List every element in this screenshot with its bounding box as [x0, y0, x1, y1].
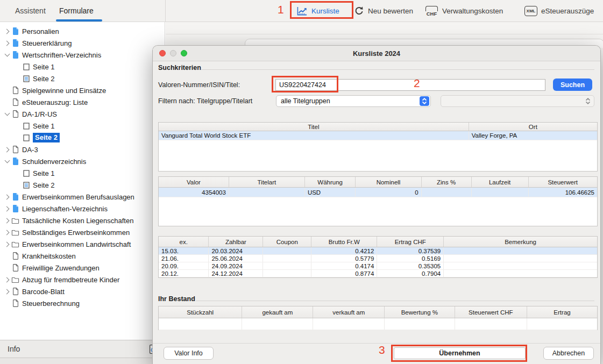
chevron-right-icon[interactable] [3, 229, 11, 236]
col-header-laufzeit[interactable]: Laufzeit [471, 177, 528, 188]
col-header-waehrung[interactable]: Währung [304, 177, 356, 188]
chevron-right-icon[interactable] [3, 276, 11, 283]
tree-label: Barcode-Blatt [22, 288, 65, 296]
sidebar-item-schulden-seite-2[interactable]: Seite 2 [0, 179, 165, 191]
sidebar-item-schuldenverzeichnis[interactable]: Schuldenverzeichnis [0, 155, 165, 167]
table-row-selected[interactable]: 4354003 USD 0 106.46625 [159, 188, 597, 197]
tree-label: Wertschriften-Verzeichnis [22, 51, 101, 59]
table-row[interactable]: 20.12. 24.12.2024 0.8774 0.7904 [159, 270, 597, 277]
col-header-ertrag[interactable]: Ertrag [527, 306, 597, 318]
table-row[interactable]: 20.09. 24.09.2024 0.4174 0.35305 [159, 262, 597, 270]
col-header-stueckzahl[interactable]: Stückzahl [159, 306, 242, 318]
annotation-step-3: 3 [379, 344, 385, 356]
tree-label: Seite 1 [33, 63, 54, 71]
doc-blue-icon [11, 27, 20, 35]
valor-info-button[interactable]: Valor Info [164, 347, 214, 360]
sidebar-item-da3[interactable]: DA-3 [0, 144, 165, 155]
abbrechen-button[interactable]: Abbrechen [543, 347, 594, 360]
chevron-right-icon[interactable] [3, 193, 11, 201]
sidebar-item-spielgewinne[interactable]: Spielgewinne und Einsätze [0, 84, 165, 96]
col-header-steuerwert-chf[interactable]: Steuerwert CHF [455, 306, 527, 318]
neu-bewerten-button[interactable]: Neu bewerten [354, 0, 413, 22]
table-header-row: Titel Ort [159, 123, 597, 131]
chevron-down-icon[interactable] [3, 110, 11, 118]
col-header-ort[interactable]: Ort [469, 123, 597, 131]
cell-zahlbar: 24.09.2024 [209, 262, 263, 270]
button-label: Verwaltungskosten [442, 7, 503, 15]
kursliste-button[interactable]: Kursliste [296, 0, 339, 22]
coupon-table: ex. Zahlbar Coupon Brutto Fr.W Ertrag CH… [158, 236, 598, 278]
col-header-zins[interactable]: Zins % [421, 177, 471, 188]
sidebar-item-liegenschaften-verzeichnis[interactable]: Liegenschaften-Verzeichnis [0, 203, 165, 215]
chevron-right-icon[interactable] [3, 288, 11, 295]
col-header-coupon[interactable]: Coupon [263, 237, 311, 247]
sidebar-item-da1-seite-2-selected[interactable]: Seite 2 [0, 132, 165, 144]
chevron-right-icon[interactable] [3, 217, 11, 224]
chevron-right-icon[interactable] [3, 27, 11, 35]
uebernehmen-button[interactable]: Übernehmen [394, 347, 526, 359]
col-header-zahlbar[interactable]: Zahlbar [209, 237, 263, 247]
button-label: Neu bewerten [368, 7, 413, 15]
sidebar-item-steuerberechnung[interactable]: Steuerberechnung [0, 297, 165, 309]
col-header-nominell[interactable]: Nominell [356, 177, 421, 188]
col-header-ex[interactable]: ex. [159, 237, 209, 247]
sidebar-item-krankheitskosten[interactable]: Krankheitskosten [0, 250, 165, 262]
tree-label: Seite 2 [33, 75, 54, 83]
titelgruppe-dropdown[interactable]: alle Titelgruppen [276, 95, 431, 107]
kursliste-dialog: Kursliste 2024 Suchkriterien Valoren-Num… [152, 45, 601, 364]
sidebar-item-steuererklaerung[interactable]: Steuererklärung [0, 37, 165, 49]
valoren-input[interactable] [275, 79, 545, 91]
sidebar-item-seite-1[interactable]: Seite 1 [0, 61, 165, 73]
sidebar-item-selbstaendiges-erwerbseinkommen[interactable]: Selbständiges Erwerbseinkommen [0, 226, 165, 238]
tree-label: Spielgewinne und Einsätze [22, 87, 106, 95]
suchen-button[interactable]: Suchen [553, 78, 592, 91]
sidebar-item-wertschriften-verzeichnis[interactable]: Wertschriften-Verzeichnis [0, 49, 165, 61]
sidebar-item-abzug-fremdbetreute-kinder[interactable]: Abzug für fremdbetreute Kinder [0, 274, 165, 286]
cell-ertrag: 0.5169 [377, 255, 444, 262]
col-header-steuerwert[interactable]: Steuerwert [528, 177, 597, 188]
sidebar-item-da1-r-us[interactable]: DA-1/R-US [0, 108, 165, 120]
sidebar-item-seite-2[interactable]: Seite 2 [0, 73, 165, 84]
col-header-ertrag-chf[interactable]: Ertrag CHF [377, 237, 444, 247]
col-header-bemerkung[interactable]: Bemerkung [444, 237, 597, 247]
chevron-right-icon[interactable] [3, 39, 11, 47]
verwaltungskosten-button[interactable]: CHF Verwaltungskosten [425, 0, 503, 22]
cell-nominell: 0 [356, 188, 421, 197]
sidebar-item-da1-seite-1[interactable]: Seite 1 [0, 120, 165, 132]
tree-label: DA-1/R-US [22, 110, 57, 118]
col-header-titel[interactable]: Titel [159, 123, 469, 131]
col-header-gekauft-am[interactable]: gekauft am [242, 306, 313, 318]
sidebar-item-barcode-blatt[interactable]: Barcode-Blatt [0, 286, 165, 297]
sidebar-item-freiwillige-zuwendungen[interactable]: Freiwillige Zuwendungen [0, 262, 165, 274]
sidebar-item-schulden-seite-1[interactable]: Seite 1 [0, 167, 165, 179]
titelart-dropdown[interactable] [441, 95, 594, 107]
chevron-right-icon[interactable] [3, 146, 11, 153]
table-row-selected[interactable]: Vanguard Total World Stock ETF Valley Fo… [159, 131, 597, 140]
esteuerauszuege-button[interactable]: XML eSteuerauszüge [524, 0, 594, 22]
col-header-brutto[interactable]: Brutto Fr.W [311, 237, 377, 247]
sidebar-item-erwerbseinkommen-berufsauslagen[interactable]: Erwerbseinkommen Berufsauslagen [0, 191, 165, 203]
sidebar-item-esteuerauszug-liste[interactable]: eSteuerauszug: Liste [0, 96, 165, 108]
col-header-titelart[interactable]: Titelart [229, 177, 304, 188]
page-lines-icon [22, 75, 31, 82]
chevron-right-icon[interactable] [3, 205, 11, 212]
sidebar-item-erwerbseinkommen-landwirtschaft[interactable]: Erwerbseinkommen Landwirtschaft [0, 238, 165, 250]
chevron-right-icon[interactable] [3, 240, 11, 248]
cell-zahlbar: 20.03.2024 [209, 247, 263, 255]
chevron-down-icon[interactable] [3, 158, 11, 165]
sidebar-item-personalien[interactable]: Personalien [0, 25, 165, 37]
chart-icon [296, 6, 308, 16]
col-header-valor[interactable]: Valor [159, 177, 229, 188]
chevron-down-icon[interactable] [3, 51, 11, 59]
table-row-empty[interactable] [159, 318, 597, 330]
col-header-verkauft-am[interactable]: verkauft am [313, 306, 385, 318]
section-suchkriterien: Suchkriterien [158, 64, 201, 72]
table-row-selected[interactable]: 15.03. 20.03.2024 0.4212 0.37539 [159, 247, 597, 255]
table-row[interactable]: 21.06. 25.06.2024 0.5779 0.5169 [159, 255, 597, 262]
tab-formulare[interactable]: Formulare [59, 0, 94, 22]
col-header-bewertung[interactable]: Bewertung % [385, 306, 455, 318]
dialog-titlebar[interactable]: Kursliste 2024 [153, 46, 600, 61]
tab-assistent[interactable]: Assistent [15, 0, 46, 22]
cell-ex: 20.09. [159, 262, 209, 270]
sidebar-item-tatsaechliche-kosten[interactable]: Tatsächliche Kosten Liegenschaften [0, 215, 165, 226]
